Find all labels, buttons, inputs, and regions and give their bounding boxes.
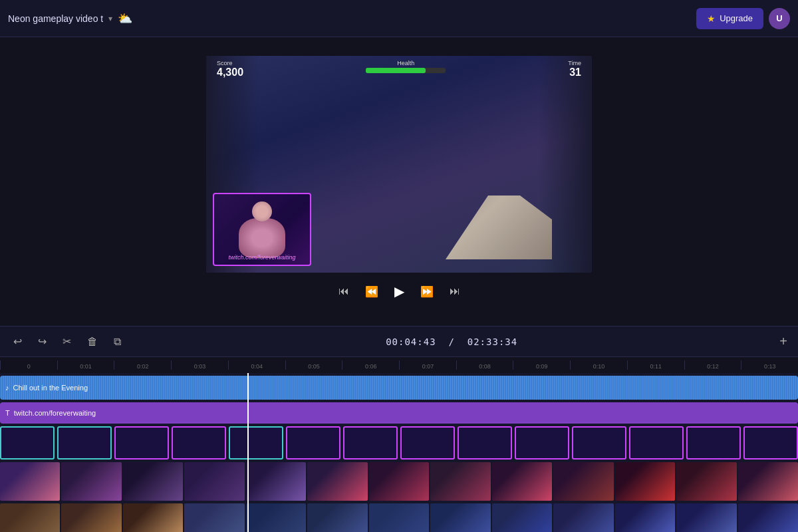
clip-thumb-2[interactable] [57,426,112,460]
preview-area: Score 4,300 Health Time 31 twitch.com/fo… [0,37,798,326]
current-frames: 43 [424,336,436,347]
clip-thumb-6[interactable] [286,426,340,460]
webcam-overlay: twitch.com/foreverwaiting [213,193,311,266]
redo-button[interactable]: ↪ [35,332,49,350]
text-track-label: twitch.com/foreverwaiting [14,409,96,417]
fast-forward-button[interactable]: ⏩ [418,283,436,301]
main-clip-10[interactable] [553,462,613,501]
broll-clip-9[interactable] [492,503,552,532]
skip-to-start-button[interactable]: ⏮ [336,283,352,300]
play-button[interactable]: ▶ [392,281,407,302]
ruler-mark-0: 0 [0,360,57,370]
broll-clip-12[interactable] [676,503,736,532]
playhead[interactable] [247,373,249,532]
ruler-mark-1: 0:01 [57,360,114,370]
clip-thumb-7[interactable] [343,426,398,460]
undo-button[interactable]: ↩ [11,332,25,350]
delete-button[interactable]: 🗑 [84,333,100,350]
main-clip-1[interactable] [0,462,60,501]
clip-thumb-9[interactable] [458,426,512,460]
main-clip-12[interactable] [676,462,736,501]
main-clip-3[interactable] [123,462,183,501]
main-clip-11[interactable] [615,462,675,501]
main-clip-4[interactable] [184,462,244,501]
broll-clip-4[interactable] [184,503,244,532]
clip-thumb-12[interactable] [629,426,684,460]
time-separator: / [448,336,454,347]
time-value: 31 [568,66,581,78]
playhead-triangle [243,373,253,374]
clip-thumb-5[interactable] [229,426,283,460]
ruler-mark-12: 0:12 [684,360,741,370]
health-bar-fill [366,68,426,73]
timeline-tracks: ♪ Chill out in the Evening T twitch.com/… [0,373,798,532]
score-label: Score [217,60,243,66]
video-clips-track [0,426,798,460]
webcam-url: twitch.com/foreverwaiting [214,254,310,261]
cloud-icon[interactable]: ⛅ [118,11,132,26]
main-clip-6[interactable] [307,462,367,501]
broll-clip-7[interactable] [369,503,429,532]
main-clip-7[interactable] [369,462,429,501]
header-left: Neon gameplay video t ▾ ⛅ [8,11,132,26]
broll-clip-6[interactable] [307,503,367,532]
video-preview: Score 4,300 Health Time 31 twitch.com/fo… [206,56,592,273]
timeline-area: ↩ ↪ ✂ 🗑 ⧉ 00:04:43 / 02:33:34 + 0 0:01 0… [0,326,798,532]
ruler-mark-3: 0:03 [171,360,228,370]
clip-thumb-14[interactable] [743,426,798,460]
time-label: Time [568,60,581,66]
waveform [0,376,798,400]
clip-thumb-8[interactable] [400,426,455,460]
main-clip-8[interactable] [430,462,490,501]
score-value: 4,300 [217,66,243,78]
ruler-marks: 0 0:01 0:02 0:03 0:04 0:05 0:06 0:07 0:0… [0,360,798,370]
broll-clip-1[interactable] [0,503,60,532]
clip-thumb-10[interactable] [515,426,569,460]
clip-thumb-13[interactable] [686,426,741,460]
text-track[interactable]: T twitch.com/foreverwaiting [0,402,798,424]
main-clip-9[interactable] [492,462,552,501]
broll-clip-5[interactable] [246,503,306,532]
game-hud: Score 4,300 Health Time 31 [206,60,592,78]
clip-thumb-4[interactable] [172,426,226,460]
main-clip-13[interactable] [738,462,798,501]
broll-clip-3[interactable] [123,503,183,532]
timeline-toolbar: ↩ ↪ ✂ 🗑 ⧉ 00:04:43 / 02:33:34 + [0,327,798,357]
main-clip-2[interactable] [61,462,121,501]
health-label: Health [243,60,568,66]
avatar[interactable]: U [769,8,790,29]
upgrade-button[interactable]: ★ Upgrade [696,8,763,29]
time-display: 00:04:43 / 02:33:34 [134,336,769,347]
scissors-button[interactable]: ✂ [60,332,74,350]
broll-clip-13[interactable] [738,503,798,532]
clip-thumb-11[interactable] [572,426,626,460]
health-bar-background [366,68,446,73]
ruler-mark-2: 0:02 [114,360,171,370]
text-icon: T [5,409,10,417]
broll-clip-10[interactable] [553,503,613,532]
ruler-mark-9: 0:09 [513,360,570,370]
broll-clip-2[interactable] [61,503,121,532]
clip-thumb-3[interactable] [114,426,169,460]
broll-clip-11[interactable] [615,503,675,532]
ruler-mark-10: 0:10 [570,360,627,370]
timeline-ruler: 0 0:01 0:02 0:03 0:04 0:05 0:06 0:07 0:0… [0,357,798,373]
rewind-button[interactable]: ⏪ [362,283,381,301]
clip-thumb-1[interactable] [0,426,55,460]
chevron-down-icon[interactable]: ▾ [108,14,112,23]
hud-time: Time 31 [568,60,581,78]
broll-clip-8[interactable] [430,503,490,532]
star-icon: ★ [707,13,716,24]
add-track-button[interactable]: + [779,334,787,349]
ruler-mark-11: 0:11 [627,360,684,370]
header: Neon gameplay video t ▾ ⛅ ★ Upgrade U [0,0,798,37]
copy-button[interactable]: ⧉ [111,333,124,350]
total-frames: 34 [505,336,517,347]
main-clip-5[interactable] [246,462,306,501]
audio-track[interactable]: ♪ Chill out in the Evening [0,376,798,400]
hud-health: Health [243,60,568,78]
header-right: ★ Upgrade U [696,8,790,29]
hud-score: Score 4,300 [217,60,243,78]
ruler-mark-4: 0:04 [228,360,285,370]
skip-to-end-button[interactable]: ⏭ [447,283,463,300]
